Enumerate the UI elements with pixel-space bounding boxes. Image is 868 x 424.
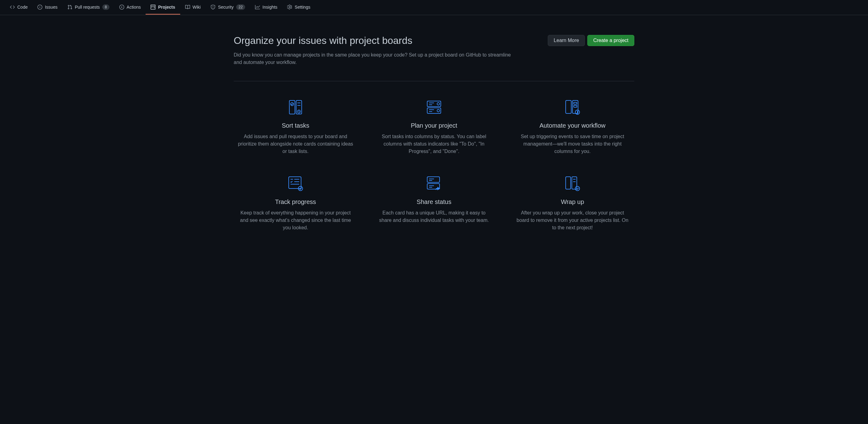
feature-title: Automate your workflow	[515, 122, 630, 129]
feature-plan-project: Plan your project Sort tasks into column…	[372, 99, 496, 155]
play-icon	[119, 5, 124, 9]
feature-title: Track progress	[238, 198, 353, 205]
divider	[234, 81, 634, 81]
header-actions: Learn More Create a project	[548, 35, 634, 46]
pull-requests-count: 8	[102, 4, 110, 10]
shield-icon	[211, 5, 215, 9]
feature-title: Plan your project	[376, 122, 492, 129]
tab-issues[interactable]: Issues	[32, 0, 62, 14]
svg-point-20	[578, 114, 578, 115]
tab-security-label: Security	[218, 5, 234, 9]
share-status-icon	[425, 175, 443, 192]
sort-tasks-icon	[287, 99, 304, 116]
issue-opened-icon	[37, 5, 42, 9]
automate-workflow-icon	[564, 99, 581, 116]
book-icon	[185, 5, 190, 9]
main-content: Organize your issues with project boards…	[224, 15, 644, 251]
feature-title: Wrap up	[515, 198, 630, 205]
security-count: 22	[236, 4, 245, 10]
tab-security[interactable]: Security 22	[206, 0, 250, 15]
tab-issues-label: Issues	[45, 5, 57, 9]
svg-rect-14	[566, 100, 571, 113]
svg-rect-6	[427, 101, 441, 107]
feature-sort-tasks: Sort tasks Add issues and pull requests …	[234, 99, 357, 155]
project-icon	[151, 5, 155, 9]
git-pull-request-icon	[67, 5, 72, 9]
svg-rect-33	[566, 177, 570, 189]
feature-title: Sort tasks	[238, 122, 353, 129]
tab-projects[interactable]: Projects	[146, 0, 180, 14]
tab-settings-label: Settings	[294, 5, 310, 9]
svg-rect-17	[574, 105, 577, 107]
feature-track-progress: Track progress Keep track of everything …	[234, 175, 357, 231]
svg-rect-27	[427, 177, 440, 182]
feature-share-status: Share status Each card has a unique URL,…	[372, 175, 496, 231]
feature-desc: After you wrap up your work, close your …	[515, 209, 630, 231]
svg-point-37	[575, 186, 580, 191]
tab-code-label: Code	[17, 5, 28, 9]
feature-desc: Set up triggering events to save time on…	[515, 133, 630, 155]
feature-desc: Add issues and pull requests to your boa…	[238, 133, 353, 155]
tab-actions[interactable]: Actions	[114, 0, 146, 14]
gear-icon	[287, 5, 292, 9]
tab-code[interactable]: Code	[5, 0, 32, 14]
track-progress-icon	[287, 175, 304, 192]
tab-pull-requests-label: Pull requests	[75, 5, 100, 9]
svg-rect-34	[572, 177, 577, 189]
tab-wiki[interactable]: Wiki	[180, 0, 206, 14]
tab-insights-label: Insights	[262, 5, 277, 9]
svg-point-12	[437, 103, 440, 105]
page-subtitle: Did you know you can manage projects in …	[234, 51, 518, 66]
tab-pull-requests[interactable]: Pull requests 8	[62, 0, 114, 15]
graph-icon	[255, 5, 260, 9]
create-project-button[interactable]: Create a project	[587, 35, 634, 46]
tab-projects-label: Projects	[158, 5, 175, 9]
feature-title: Share status	[376, 198, 492, 205]
learn-more-button[interactable]: Learn More	[548, 35, 585, 46]
svg-point-13	[437, 109, 440, 112]
svg-rect-16	[574, 102, 577, 104]
feature-wrap-up: Wrap up After you wrap up your work, clo…	[511, 175, 634, 231]
plan-project-icon	[425, 99, 443, 116]
tab-settings[interactable]: Settings	[282, 0, 315, 14]
feature-desc: Sort tasks into columns by status. You c…	[376, 133, 492, 155]
repo-tabnav: Code Issues Pull requests 8 Actions Proj…	[0, 0, 868, 15]
tab-wiki-label: Wiki	[193, 5, 200, 9]
tab-insights[interactable]: Insights	[250, 0, 282, 14]
feature-desc: Each card has a unique URL, making it ea…	[376, 209, 492, 224]
feature-grid: Sort tasks Add issues and pull requests …	[234, 99, 634, 231]
feature-automate-workflow: Automate your workflow Set up triggering…	[511, 99, 634, 155]
feature-desc: Keep track of everything happening in yo…	[238, 209, 353, 231]
page-header: Organize your issues with project boards…	[234, 35, 634, 66]
svg-rect-7	[427, 108, 441, 113]
tab-actions-label: Actions	[127, 5, 141, 9]
code-icon	[10, 5, 15, 9]
page-title: Organize your issues with project boards	[234, 35, 538, 46]
wrap-up-icon	[564, 175, 581, 192]
